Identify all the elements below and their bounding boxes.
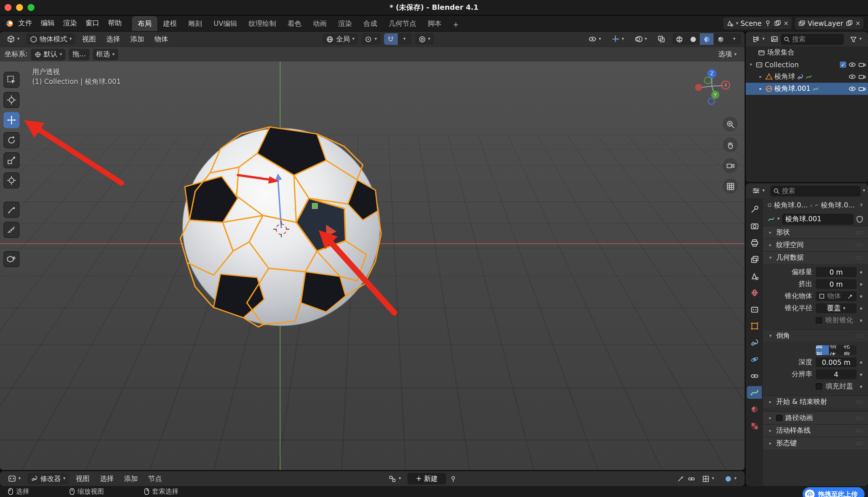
- shading-settings-dropdown[interactable]: ▾: [727, 33, 741, 45]
- select-mode-dropdown[interactable]: 框选 ▾: [93, 48, 118, 60]
- animate-dot[interactable]: [860, 283, 862, 285]
- section-active-spline[interactable]: ▸ 活动样条线 ∷∷: [763, 424, 868, 437]
- toggle-ortho-button[interactable]: [723, 179, 738, 194]
- tab-material[interactable]: [747, 403, 762, 415]
- outliner-row-object1[interactable]: ▸ 棱角球: [746, 71, 868, 83]
- snap-settings-dropdown[interactable]: ▾: [398, 33, 411, 45]
- tab-tool[interactable]: [747, 203, 762, 215]
- annotate-tool[interactable]: [3, 202, 19, 218]
- section-shape-keys[interactable]: ▸ 形态键 ∷∷: [763, 437, 868, 449]
- outliner-search[interactable]: [781, 33, 844, 44]
- camera-icon[interactable]: [858, 85, 866, 93]
- node-snap-dropdown[interactable]: ▾: [698, 473, 718, 484]
- tab-sculpting[interactable]: 雕刻: [182, 16, 208, 31]
- viewport-canvas[interactable]: 用户透视 (1) Collection | 棱角球.001 Z X: [0, 61, 745, 470]
- drag-handle-icon[interactable]: ∷∷: [856, 333, 864, 339]
- outliner-row-collection[interactable]: ▾ Collection ✓: [746, 59, 868, 71]
- tab-object-data[interactable]: [747, 386, 762, 399]
- display-mode-icon[interactable]: [770, 35, 778, 43]
- tab-animation[interactable]: 动画: [307, 16, 333, 31]
- section-shape[interactable]: ▸ 形状 ∷∷: [763, 226, 868, 239]
- camera-icon[interactable]: [858, 61, 866, 68]
- parent-offset-icon[interactable]: [677, 475, 684, 482]
- proportional-edit-group[interactable]: ▾: [415, 33, 434, 45]
- section-path-animation[interactable]: ▸ 路径动画 ∷∷: [763, 411, 868, 424]
- bevel-object-button[interactable]: 物体: [829, 345, 843, 355]
- new-viewlayer-icon[interactable]: [845, 19, 853, 27]
- viewport-menu-object[interactable]: 物体: [151, 33, 172, 45]
- viewport-menu-select[interactable]: 选择: [103, 33, 123, 45]
- eye-icon[interactable]: [849, 73, 856, 81]
- drag-handle-icon[interactable]: ∷∷: [856, 415, 864, 421]
- node-tree-type-dropdown[interactable]: 修改器 ▾: [28, 473, 69, 484]
- tab-texture[interactable]: [747, 420, 762, 432]
- taper-radius-dropdown[interactable]: 覆盖 ▾: [816, 303, 856, 313]
- cursor-tool[interactable]: [3, 92, 19, 108]
- viewport-menu-add[interactable]: 添加: [127, 33, 148, 45]
- shading-rendered-button[interactable]: [713, 33, 727, 45]
- zoom-traffic-light[interactable]: [28, 4, 34, 11]
- section-start-end-mapping[interactable]: ▸ 开始 & 结束映射 ∷∷: [763, 395, 868, 408]
- fake-user-shield-icon[interactable]: [856, 215, 864, 223]
- tab-shading[interactable]: 着色: [282, 16, 307, 31]
- expand-icon[interactable]: ▸: [758, 86, 764, 91]
- tab-layout[interactable]: 布局: [132, 16, 157, 31]
- pin-icon[interactable]: [859, 202, 864, 209]
- properties-search-input[interactable]: [782, 187, 858, 195]
- path-animation-checkbox[interactable]: [776, 415, 782, 421]
- soccer-ball-object[interactable]: [173, 119, 389, 335]
- tab-output[interactable]: [747, 236, 762, 249]
- fill-caps-checkbox[interactable]: [816, 383, 822, 389]
- drag-handle-icon[interactable]: ∷∷: [856, 229, 864, 235]
- object2-label[interactable]: 棱角球.001: [775, 84, 810, 94]
- resolution-field[interactable]: 4: [816, 369, 856, 379]
- extrude-field[interactable]: 0 m: [816, 279, 856, 289]
- object1-label[interactable]: 棱角球: [775, 72, 795, 82]
- section-geometry[interactable]: ▾ 几何数据 ∷∷: [763, 251, 868, 264]
- pin-icon[interactable]: [449, 475, 457, 482]
- tab-physics[interactable]: [747, 353, 762, 366]
- scene-selector[interactable]: ▾ Scene ×: [723, 17, 792, 29]
- camera-icon[interactable]: [858, 73, 866, 81]
- eyedropper-icon[interactable]: [847, 293, 854, 299]
- section-bevel[interactable]: ▾ 倒角 ∷∷: [763, 329, 868, 342]
- bevel-round-button[interactable]: 圆形: [816, 345, 829, 355]
- editor-type-button[interactable]: ▾: [3, 33, 23, 45]
- collection-checkbox[interactable]: ✓: [840, 61, 846, 68]
- outliner-row-scene-collection[interactable]: 场景集合: [746, 46, 868, 59]
- menu-edit[interactable]: 编辑: [37, 17, 59, 30]
- navigation-gizmo[interactable]: Z X Y: [694, 68, 731, 105]
- depth-field[interactable]: 0.005 m: [816, 357, 856, 367]
- chevron-down-icon[interactable]: ▾: [777, 217, 780, 221]
- taper-object-field[interactable]: 物体: [816, 291, 856, 301]
- shading-material-button[interactable]: [700, 33, 713, 45]
- node-menu-add[interactable]: 添加: [120, 472, 141, 485]
- drag-handle-icon[interactable]: ∷∷: [856, 242, 864, 248]
- select-box-tool[interactable]: [3, 72, 19, 88]
- tab-rendering[interactable]: 渲染: [333, 16, 358, 31]
- blender-logo-icon[interactable]: [4, 19, 14, 28]
- properties-editor-type[interactable]: ▾: [749, 185, 768, 197]
- node-menu-node[interactable]: 节点: [145, 472, 165, 485]
- chevron-down-icon[interactable]: ▾: [863, 188, 865, 193]
- rotate-tool[interactable]: [3, 132, 19, 148]
- measure-tool[interactable]: [3, 222, 19, 238]
- new-scene-icon[interactable]: [774, 19, 781, 27]
- coord-system-dropdown[interactable]: 默认 ▾: [31, 48, 65, 60]
- tab-compositing[interactable]: 合成: [358, 16, 383, 31]
- drag-action-dropdown[interactable]: 拖...: [69, 48, 89, 60]
- breadcrumb-object[interactable]: 棱角球.0...: [774, 200, 808, 210]
- axis-x-negative[interactable]: [695, 84, 702, 91]
- move-tool[interactable]: [3, 112, 19, 128]
- tab-view-layer[interactable]: [747, 253, 762, 266]
- collection-label[interactable]: Collection: [765, 61, 799, 69]
- gizmo-y-handle[interactable]: [312, 203, 318, 209]
- drag-handle-icon[interactable]: ∷∷: [856, 428, 864, 434]
- menu-window[interactable]: 窗口: [82, 17, 103, 30]
- node-editor-type-button[interactable]: ▾: [4, 473, 24, 484]
- shading-solid-button[interactable]: [686, 33, 700, 45]
- collapse-icon[interactable]: ▾: [748, 62, 754, 67]
- outliner-filter[interactable]: ▾: [846, 33, 865, 45]
- tab-modeling[interactable]: 建模: [157, 16, 182, 31]
- tab-constraints[interactable]: [747, 369, 762, 382]
